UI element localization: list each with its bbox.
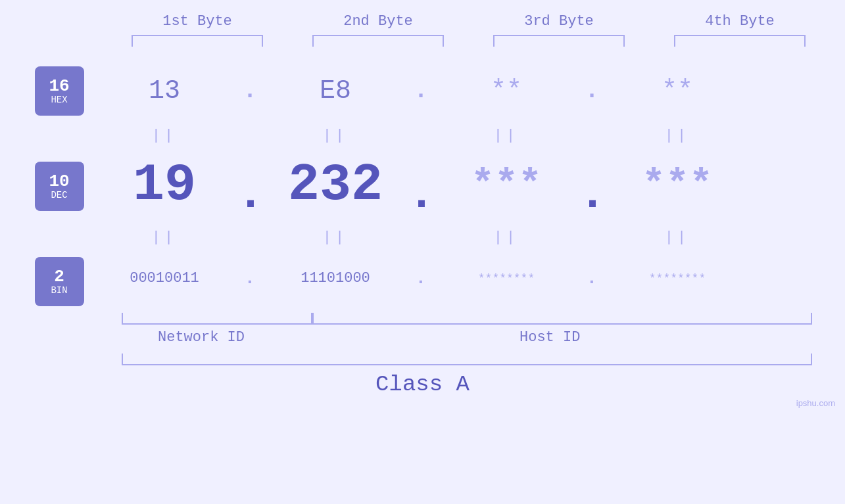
byte-headers-row: 1st Byte 2nd Byte 3rd Byte 4th Byte [107,13,831,30]
dec-byte-3: *** [434,162,579,207]
dec-row: 19 . 232 . *** . *** [92,152,845,218]
data-columns: 13 . E8 . ** . ** || || || || 19 [92,66,845,306]
byte-header-1: 1st Byte [125,13,270,30]
bin-row: 00010011 . 11101000 . ******** . *******… [92,254,845,303]
host-id-label: Host ID [519,329,580,346]
hex-byte-1: 13 [92,76,237,106]
bracket-top-1 [132,35,263,47]
byte-header-4: 4th Byte [667,13,812,30]
byte-header-2: 2nd Byte [306,13,450,30]
top-brackets-row [107,35,831,47]
dot-hex-2: . [408,78,434,104]
equals-row-1: || || || || [92,126,845,145]
dot-dec-1: . [237,149,263,221]
dot-bin-1: . [237,268,263,288]
bin-byte-3: ******** [434,272,579,285]
dot-dec-2: . [408,149,434,221]
class-label: Class A [0,372,845,397]
dot-bin-2: . [408,268,434,288]
dec-badge: 10 DEC [35,162,84,211]
host-id-bracket [312,313,812,325]
hex-byte-4: ** [605,76,750,106]
eq2-3: || [434,229,579,246]
main-data-area: 16 HEX 10 DEC 2 BIN 13 . E8 . ** . ** [0,66,845,306]
eq-2: || [263,127,408,144]
dec-byte-2: 232 [263,155,408,215]
eq-1: || [92,127,237,144]
bin-byte-2: 11101000 [263,270,408,286]
hex-badge: 16 HEX [35,66,84,116]
hex-byte-2: E8 [263,76,408,106]
bracket-top-3 [493,35,625,47]
dec-byte-4: *** [605,162,750,207]
hex-byte-3: ** [434,76,579,106]
bracket-top-4 [674,35,806,47]
dot-dec-3: . [579,149,605,221]
byte-header-3: 3rd Byte [487,13,631,30]
main-container: 1st Byte 2nd Byte 3rd Byte 4th Byte 16 H… [0,0,845,504]
eq2-2: || [263,229,408,246]
network-id-label: Network ID [158,329,245,346]
bin-badge: 2 BIN [35,257,84,306]
eq2-1: || [92,229,237,246]
bin-byte-4: ******** [605,272,750,285]
equals-row-2: || || || || [92,227,845,247]
bin-byte-1: 00010011 [92,270,237,286]
eq-4: || [605,127,750,144]
eq-3: || [434,127,579,144]
bottom-bracket-area: Network ID Host ID Class A ipshu.com [0,306,845,411]
network-id-bracket [122,313,312,325]
eq2-4: || [605,229,750,246]
bracket-top-2 [312,35,444,47]
dot-bin-3: . [579,268,605,288]
hex-row: 13 . E8 . ** . ** [92,66,845,116]
dot-hex-1: . [237,78,263,104]
dec-byte-1: 19 [92,155,237,215]
watermark: ipshu.com [796,398,835,408]
outer-bracket [122,354,812,365]
dot-hex-3: . [579,78,605,104]
base-labels-column: 16 HEX 10 DEC 2 BIN [0,66,92,306]
